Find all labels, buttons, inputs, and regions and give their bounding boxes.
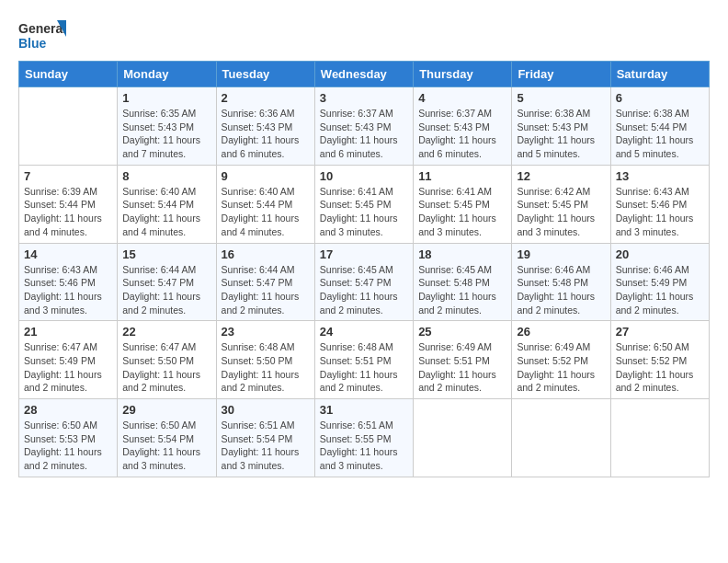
day-cell: 16Sunrise: 6:44 AM Sunset: 5:47 PM Dayli… — [216, 243, 314, 321]
day-cell: 28Sunrise: 6:50 AM Sunset: 5:53 PM Dayli… — [19, 399, 118, 477]
day-info: Sunrise: 6:42 AM Sunset: 5:45 PM Dayligh… — [517, 185, 605, 239]
day-info: Sunrise: 6:44 AM Sunset: 5:47 PM Dayligh… — [122, 263, 210, 317]
day-info: Sunrise: 6:50 AM Sunset: 5:53 PM Dayligh… — [24, 419, 112, 473]
page-header: GeneralBlue — [18, 18, 710, 52]
day-cell: 14Sunrise: 6:43 AM Sunset: 5:46 PM Dayli… — [19, 243, 118, 321]
day-info: Sunrise: 6:49 AM Sunset: 5:52 PM Dayligh… — [517, 340, 605, 395]
day-info: Sunrise: 6:50 AM Sunset: 5:54 PM Dayligh… — [122, 419, 210, 473]
day-number: 1 — [122, 91, 210, 105]
day-number: 29 — [122, 403, 210, 417]
calendar-table: SundayMondayTuesdayWednesdayThursdayFrid… — [18, 61, 710, 477]
svg-text:Blue: Blue — [18, 36, 47, 51]
day-cell: 4Sunrise: 6:37 AM Sunset: 5:43 PM Daylig… — [414, 87, 512, 166]
day-info: Sunrise: 6:38 AM Sunset: 5:44 PM Dayligh… — [616, 107, 704, 161]
day-cell: 25Sunrise: 6:49 AM Sunset: 5:51 PM Dayli… — [414, 321, 512, 399]
day-cell: 1Sunrise: 6:35 AM Sunset: 5:43 PM Daylig… — [118, 87, 216, 166]
weekday-header-wednesday: Wednesday — [314, 62, 413, 87]
day-cell: 17Sunrise: 6:45 AM Sunset: 5:47 PM Dayli… — [314, 243, 413, 321]
day-number: 31 — [320, 403, 408, 417]
weekday-header-sunday: Sunday — [19, 62, 118, 87]
day-number: 3 — [320, 91, 408, 105]
day-cell: 8Sunrise: 6:40 AM Sunset: 5:44 PM Daylig… — [118, 165, 216, 243]
day-info: Sunrise: 6:48 AM Sunset: 5:51 PM Dayligh… — [320, 340, 408, 395]
day-cell: 3Sunrise: 6:37 AM Sunset: 5:43 PM Daylig… — [314, 87, 413, 166]
day-cell: 10Sunrise: 6:41 AM Sunset: 5:45 PM Dayli… — [314, 165, 413, 243]
day-number: 10 — [320, 169, 408, 183]
week-row-4: 21Sunrise: 6:47 AM Sunset: 5:49 PM Dayli… — [19, 321, 710, 399]
day-cell: 15Sunrise: 6:44 AM Sunset: 5:47 PM Dayli… — [118, 243, 216, 321]
day-info: Sunrise: 6:44 AM Sunset: 5:47 PM Dayligh… — [222, 263, 310, 317]
day-info: Sunrise: 6:47 AM Sunset: 5:50 PM Dayligh… — [122, 340, 210, 395]
day-number: 11 — [418, 169, 506, 183]
day-number: 18 — [418, 247, 506, 261]
day-cell: 20Sunrise: 6:46 AM Sunset: 5:49 PM Dayli… — [610, 243, 709, 321]
day-cell: 30Sunrise: 6:51 AM Sunset: 5:54 PM Dayli… — [216, 399, 314, 477]
weekday-header-monday: Monday — [118, 62, 216, 87]
day-info: Sunrise: 6:39 AM Sunset: 5:44 PM Dayligh… — [24, 185, 112, 239]
day-info: Sunrise: 6:47 AM Sunset: 5:49 PM Dayligh… — [24, 340, 112, 395]
day-cell: 6Sunrise: 6:38 AM Sunset: 5:44 PM Daylig… — [610, 87, 709, 166]
day-number: 14 — [24, 247, 112, 261]
day-number: 6 — [616, 91, 704, 105]
logo: GeneralBlue — [18, 18, 66, 52]
day-number: 22 — [122, 325, 210, 339]
day-cell — [610, 399, 709, 477]
weekday-header-saturday: Saturday — [610, 62, 709, 87]
day-number: 5 — [517, 91, 605, 105]
day-info: Sunrise: 6:45 AM Sunset: 5:48 PM Dayligh… — [418, 263, 506, 317]
day-info: Sunrise: 6:41 AM Sunset: 5:45 PM Dayligh… — [418, 185, 506, 239]
day-number: 23 — [222, 325, 310, 339]
day-info: Sunrise: 6:38 AM Sunset: 5:43 PM Dayligh… — [517, 107, 605, 161]
day-number: 26 — [517, 325, 605, 339]
day-cell — [512, 399, 610, 477]
day-number: 7 — [24, 169, 112, 183]
day-number: 9 — [222, 169, 310, 183]
day-number: 25 — [418, 325, 506, 339]
day-cell: 11Sunrise: 6:41 AM Sunset: 5:45 PM Dayli… — [414, 165, 512, 243]
weekday-header-tuesday: Tuesday — [216, 62, 314, 87]
day-info: Sunrise: 6:46 AM Sunset: 5:49 PM Dayligh… — [616, 263, 704, 317]
day-number: 15 — [122, 247, 210, 261]
day-cell: 12Sunrise: 6:42 AM Sunset: 5:45 PM Dayli… — [512, 165, 610, 243]
day-info: Sunrise: 6:51 AM Sunset: 5:54 PM Dayligh… — [222, 419, 310, 473]
day-info: Sunrise: 6:45 AM Sunset: 5:47 PM Dayligh… — [320, 263, 408, 317]
day-cell: 22Sunrise: 6:47 AM Sunset: 5:50 PM Dayli… — [118, 321, 216, 399]
day-cell: 31Sunrise: 6:51 AM Sunset: 5:55 PM Dayli… — [314, 399, 413, 477]
day-cell: 26Sunrise: 6:49 AM Sunset: 5:52 PM Dayli… — [512, 321, 610, 399]
day-number: 8 — [122, 169, 210, 183]
logo-icon: GeneralBlue — [18, 18, 66, 52]
day-number: 2 — [222, 91, 310, 105]
day-cell — [414, 399, 512, 477]
day-number: 12 — [517, 169, 605, 183]
day-cell — [19, 87, 118, 166]
day-info: Sunrise: 6:37 AM Sunset: 5:43 PM Dayligh… — [418, 107, 506, 161]
day-info: Sunrise: 6:48 AM Sunset: 5:50 PM Dayligh… — [222, 340, 310, 395]
day-cell: 9Sunrise: 6:40 AM Sunset: 5:44 PM Daylig… — [216, 165, 314, 243]
weekday-header-row: SundayMondayTuesdayWednesdayThursdayFrid… — [19, 62, 710, 87]
day-info: Sunrise: 6:36 AM Sunset: 5:43 PM Dayligh… — [222, 107, 310, 161]
day-cell: 24Sunrise: 6:48 AM Sunset: 5:51 PM Dayli… — [314, 321, 413, 399]
day-number: 20 — [616, 247, 704, 261]
weekday-header-friday: Friday — [512, 62, 610, 87]
day-cell: 29Sunrise: 6:50 AM Sunset: 5:54 PM Dayli… — [118, 399, 216, 477]
day-cell: 2Sunrise: 6:36 AM Sunset: 5:43 PM Daylig… — [216, 87, 314, 166]
day-info: Sunrise: 6:51 AM Sunset: 5:55 PM Dayligh… — [320, 419, 408, 473]
day-info: Sunrise: 6:37 AM Sunset: 5:43 PM Dayligh… — [320, 107, 408, 161]
day-info: Sunrise: 6:40 AM Sunset: 5:44 PM Dayligh… — [122, 185, 210, 239]
day-cell: 23Sunrise: 6:48 AM Sunset: 5:50 PM Dayli… — [216, 321, 314, 399]
day-cell: 5Sunrise: 6:38 AM Sunset: 5:43 PM Daylig… — [512, 87, 610, 166]
day-number: 19 — [517, 247, 605, 261]
day-cell: 18Sunrise: 6:45 AM Sunset: 5:48 PM Dayli… — [414, 243, 512, 321]
day-number: 27 — [616, 325, 704, 339]
day-cell: 7Sunrise: 6:39 AM Sunset: 5:44 PM Daylig… — [19, 165, 118, 243]
day-number: 28 — [24, 403, 112, 417]
day-number: 24 — [320, 325, 408, 339]
day-info: Sunrise: 6:41 AM Sunset: 5:45 PM Dayligh… — [320, 185, 408, 239]
day-number: 16 — [222, 247, 310, 261]
week-row-2: 7Sunrise: 6:39 AM Sunset: 5:44 PM Daylig… — [19, 165, 710, 243]
day-info: Sunrise: 6:35 AM Sunset: 5:43 PM Dayligh… — [122, 107, 210, 161]
day-info: Sunrise: 6:43 AM Sunset: 5:46 PM Dayligh… — [24, 263, 112, 317]
week-row-1: 1Sunrise: 6:35 AM Sunset: 5:43 PM Daylig… — [19, 87, 710, 166]
day-info: Sunrise: 6:43 AM Sunset: 5:46 PM Dayligh… — [616, 185, 704, 239]
day-info: Sunrise: 6:50 AM Sunset: 5:52 PM Dayligh… — [616, 340, 704, 395]
